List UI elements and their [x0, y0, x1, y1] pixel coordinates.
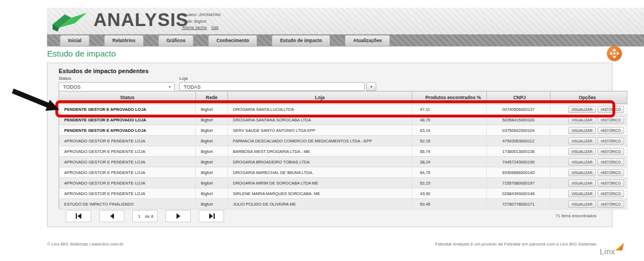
historico-button[interactable]: HISTÓRICO — [598, 137, 624, 145]
cell-loja: DROGARIA MARECHAL DE IBIUNA LTDA. — [228, 167, 412, 178]
cell-loja: SIRLENE MARIA MARQUES SOROCABA. ME — [228, 188, 412, 199]
store-filter-label: Loja — [179, 76, 376, 81]
historico-button[interactable]: HISTÓRICO — [598, 116, 624, 124]
table-row: APROVADO GESTOR E PENDENTE LOJABigfortDR… — [59, 178, 627, 188]
cell-cnpj: 03750642000104 — [487, 125, 550, 136]
analysis-logo-icon — [53, 10, 87, 32]
last-page-button[interactable] — [199, 210, 224, 222]
column-header-loja[interactable]: Loja — [228, 91, 412, 104]
cell-produtos: 50,45 — [412, 199, 487, 209]
cell-cnpj: 71557680000197 — [487, 178, 550, 188]
cell-opcoes: VISUALIZARHISTÓRICO — [550, 136, 627, 146]
cell-rede: Bigfort — [196, 146, 228, 157]
visualizar-button[interactable]: VISUALIZAR — [568, 201, 596, 208]
historico-button[interactable]: HISTÓRICO — [598, 201, 624, 208]
cell-loja: JULIO POLIDO DE OLIVEIRA ME — [228, 199, 412, 209]
historico-button[interactable]: HISTÓRICO — [598, 148, 624, 155]
store-combobox-input[interactable]: TODAS — [179, 82, 365, 91]
cell-rede: Bigfort — [196, 178, 228, 188]
first-page-icon — [76, 213, 82, 219]
items-found-label: 71 itens encontrados — [555, 213, 596, 218]
visualizar-button[interactable]: VISUALIZAR — [568, 116, 596, 124]
user-label: Usuário: JHONATAN — [182, 12, 222, 18]
tab-atualiza-es[interactable]: Atualizações — [345, 35, 390, 46]
cell-rede: Bigfort — [196, 199, 228, 209]
cell-cnpj: 17380013000136 — [487, 146, 550, 157]
historico-button[interactable]: HISTÓRICO — [598, 180, 624, 187]
table-row: APROVADO GESTOR E PENDENTE LOJABigfortDR… — [59, 157, 627, 167]
visualizar-button[interactable]: VISUALIZAR — [568, 190, 596, 197]
historico-button[interactable]: HISTÓRICO — [598, 158, 624, 166]
visualizar-button[interactable]: VISUALIZAR — [568, 106, 596, 113]
status-filter: Status TODOS ▼ — [59, 76, 175, 92]
linx-wordmark: Linx — [600, 247, 615, 256]
previous-page-button[interactable] — [99, 210, 124, 222]
linx-logo: Linx — [599, 242, 627, 258]
cell-cnpj: 69306686000140 — [487, 167, 550, 178]
app-header: ANALYSIS Usuário: JHONATAN Rede: Bigfort… — [47, 8, 644, 34]
table-row: APROVADO GESTOR E PENDENTE LOJABigfortFA… — [59, 136, 627, 146]
cell-loja: DROGARIA MIRIM DE SOROCABA LTDA ME — [228, 178, 412, 188]
next-page-button[interactable] — [165, 210, 191, 222]
tab-gr-ficos[interactable]: Gráficos — [158, 35, 194, 46]
column-header-cnpj[interactable]: CNPJ — [487, 91, 550, 104]
cell-rede: Bigfort — [196, 157, 228, 167]
quick-access-widget-button[interactable] — [607, 46, 622, 61]
tab-conhecimento[interactable]: Conhecimento — [208, 35, 257, 46]
cell-produtos: 64,75 — [412, 167, 487, 178]
cell-cnpj: 00740506000137 — [487, 104, 550, 115]
tab-bar: InicialRelatóriosGráficosConhecimentoEst… — [47, 34, 644, 47]
cell-rede: Bigfort — [196, 115, 228, 125]
cell-produtos: 63,19 — [412, 125, 487, 136]
last-page-icon — [209, 213, 215, 219]
cell-status: PENDENTE GESTOR E APROVADO LOJA — [59, 104, 196, 115]
cell-opcoes: VISUALIZARHISTÓRICO — [550, 157, 627, 167]
status-filter-label: Status — [59, 76, 175, 81]
column-header-opcoes[interactable]: Opções — [550, 91, 627, 104]
cell-produtos: 43,90 — [412, 188, 487, 199]
linx-bolt-icon — [614, 242, 625, 251]
column-header-status[interactable]: Status — [59, 91, 196, 104]
table-row: PENDENTE GESTOR E APROVADO LOJABigfortSE… — [59, 125, 627, 136]
panel-title: Estudos de impacto pendentes — [59, 68, 149, 74]
cell-status: APROVADO GESTOR E PENDENTE LOJA — [59, 167, 196, 178]
first-page-button[interactable] — [66, 210, 91, 222]
tab-inicial[interactable]: Inicial — [60, 35, 90, 46]
page-indicator: 1 de 8 — [132, 210, 158, 222]
tab-relat-rios[interactable]: Relatórios — [104, 35, 144, 46]
visualizar-button[interactable]: VISUALIZAR — [568, 148, 596, 155]
cell-cnpj: 74457243000190 — [487, 157, 550, 167]
cell-status: APROVADO GESTOR E PENDENTE LOJA — [59, 146, 196, 157]
historico-button[interactable]: HISTÓRICO — [598, 106, 624, 113]
visualizar-button[interactable]: VISUALIZAR — [568, 127, 596, 134]
store-combobox-dropdown-button[interactable]: ▼ — [366, 82, 376, 91]
visualizar-button[interactable]: VISUALIZAR — [568, 158, 596, 166]
column-header-produtos[interactable]: Produtos encontrados % — [412, 91, 487, 104]
visualizar-button[interactable]: VISUALIZAR — [568, 137, 596, 145]
visualizar-button[interactable]: VISUALIZAR — [568, 169, 596, 176]
historico-button[interactable]: HISTÓRICO — [598, 127, 624, 134]
cell-produtos: 38,24 — [412, 157, 487, 167]
tab-estudo-de-impacto[interactable]: Estudo de impacto — [272, 35, 330, 46]
table-row: APROVADO GESTOR E PENDENTE LOJABigfortBA… — [59, 146, 627, 157]
cell-status: APROVADO GESTOR E PENDENTE LOJA — [59, 157, 196, 167]
cell-rede: Bigfort — [196, 125, 228, 136]
status-select-value: TODOS — [63, 84, 81, 90]
cell-cnpj: 02884399000146 — [487, 188, 550, 199]
footer-copyright[interactable]: © Linx BIG Sistemas | www.linx.com.br — [47, 242, 123, 247]
change-password-link[interactable]: Alterar senha — [182, 25, 207, 30]
visualizar-button[interactable]: VISUALIZAR — [568, 180, 596, 187]
user-info: Usuário: JHONATAN Rede: Bigfort Alterar … — [182, 12, 222, 31]
table-row: APROVADO GESTOR E PENDENTE LOJABigfortSI… — [59, 188, 627, 199]
historico-button[interactable]: HISTÓRICO — [598, 190, 624, 197]
page-total-label: de 8 — [145, 214, 154, 219]
page-number-input[interactable]: 1 — [137, 214, 142, 219]
historico-button[interactable]: HISTÓRICO — [598, 169, 624, 176]
cell-rede: Bigfort — [196, 104, 228, 115]
cell-status: PENDENTE GESTOR E APROVADO LOJA — [59, 115, 196, 125]
logout-link[interactable]: Sair — [211, 25, 219, 30]
impact-studies-table: Status Rede Loja Produtos encontrados % … — [59, 91, 627, 209]
column-header-rede[interactable]: Rede — [196, 91, 228, 104]
cell-opcoes: VISUALIZARHISTÓRICO — [550, 115, 627, 125]
cell-produtos: 56,74 — [412, 146, 487, 157]
